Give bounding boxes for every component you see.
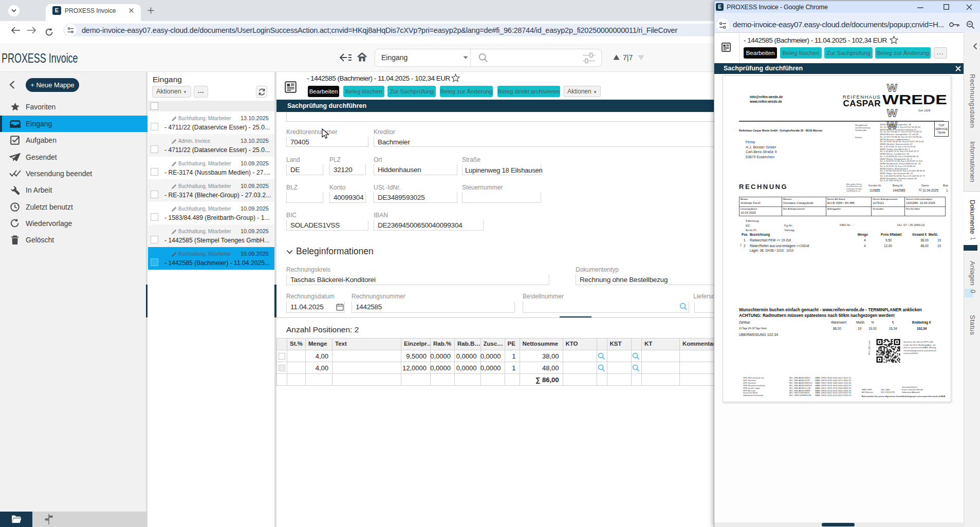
svg-text:W: W bbox=[887, 107, 897, 119]
